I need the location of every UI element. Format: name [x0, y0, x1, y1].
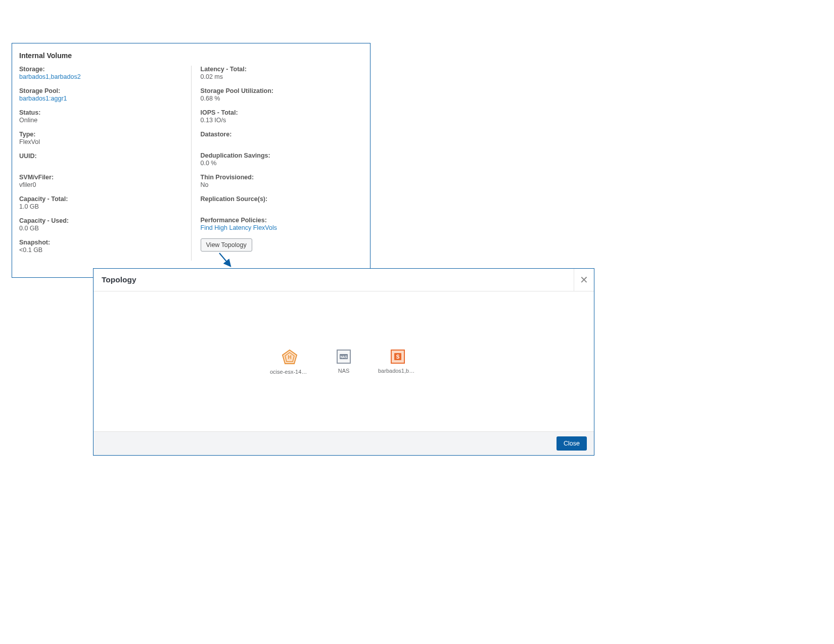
field-view-topology: View Topology	[201, 238, 363, 252]
field-iops: IOPS - Total: 0.13 IO/s	[201, 109, 363, 124]
field-perf-policies: Performance Policies: Find High Latency …	[201, 217, 363, 231]
close-icon: ✕	[580, 274, 588, 286]
topology-arrow-icon	[309, 350, 332, 356]
field-capacity-used: Capacity - Used: 0.0 GB	[19, 217, 182, 232]
details-column-right: Latency - Total: 0.02 ms Storage Pool Ut…	[191, 66, 363, 261]
svg-text:H: H	[288, 355, 291, 360]
label-uuid: UUID:	[19, 153, 182, 160]
field-storage: Storage: barbados1,barbados2	[19, 66, 182, 80]
topology-node-nas[interactable]: NAS NAS	[332, 350, 356, 374]
panel-title: Internal Volume	[12, 43, 370, 65]
panel-body: Storage: barbados1,barbados2 Storage Poo…	[12, 65, 370, 268]
link-storage-pool[interactable]: barbados1:aggr1	[19, 95, 182, 102]
label-status: Status:	[19, 109, 182, 116]
field-status: Status: Online	[19, 109, 182, 124]
value-iops: 0.13 IO/s	[201, 117, 363, 124]
field-sp-util: Storage Pool Utilization: 0.68 %	[201, 87, 363, 102]
label-snapshot: Snapshot:	[19, 239, 182, 246]
label-capacity-total: Capacity - Total:	[19, 195, 182, 203]
label-svm: SVM/vFiler:	[19, 174, 182, 181]
storage-icon: S	[391, 350, 405, 364]
field-uuid: UUID:	[19, 153, 182, 160]
dialog-title: Topology	[94, 269, 574, 291]
internal-volume-panel: Internal Volume Storage: barbados1,barba…	[12, 43, 370, 278]
value-dedup: 0.0 %	[201, 160, 363, 167]
node-label-host: ocise-esx-1431…	[270, 369, 309, 375]
field-thin: Thin Provisioned: No	[201, 174, 363, 188]
dialog-footer: Close	[94, 431, 594, 455]
value-latency: 0.02 ms	[201, 73, 363, 80]
label-datastore: Datastore:	[201, 131, 363, 138]
value-type: FlexVol	[19, 138, 182, 145]
link-perf-policies[interactable]: Find High Latency FlexVols	[201, 224, 363, 231]
field-svm: SVM/vFiler: vfiler0	[19, 174, 182, 188]
value-thin: No	[201, 181, 363, 188]
details-column-left: Storage: barbados1,barbados2 Storage Poo…	[19, 66, 191, 261]
label-iops: IOPS - Total:	[201, 109, 363, 116]
topology-graph: H ocise-esx-1431… NAS	[270, 350, 418, 375]
field-type: Type: FlexVol	[19, 131, 182, 145]
field-datastore: Datastore:	[201, 131, 363, 138]
svg-text:NAS: NAS	[340, 355, 347, 359]
field-latency: Latency - Total: 0.02 ms	[201, 66, 363, 80]
value-svm: vfiler0	[19, 181, 182, 188]
close-button[interactable]: Close	[557, 436, 587, 451]
field-dedup: Deduplication Savings: 0.0 %	[201, 152, 363, 167]
label-capacity-used: Capacity - Used:	[19, 217, 182, 224]
field-snapshot: Snapshot: <0.1 GB	[19, 239, 182, 254]
label-repl: Replication Source(s):	[201, 195, 363, 203]
node-label-nas: NAS	[332, 368, 356, 374]
dialog-header: Topology ✕	[94, 269, 594, 291]
label-storage: Storage:	[19, 66, 182, 73]
field-repl: Replication Source(s):	[201, 195, 363, 203]
topology-arrow-icon	[356, 350, 378, 356]
value-sp-util: 0.68 %	[201, 95, 363, 102]
nas-icon: NAS	[337, 350, 351, 364]
dialog-close-button[interactable]: ✕	[574, 269, 594, 291]
field-capacity-total: Capacity - Total: 1.0 GB	[19, 195, 182, 210]
view-topology-button[interactable]: View Topology	[201, 238, 252, 252]
dialog-body: H ocise-esx-1431… NAS	[94, 291, 594, 431]
topology-node-storage[interactable]: S barbados1,bar…	[378, 350, 418, 374]
svg-text:S: S	[396, 354, 400, 360]
topology-dialog: Topology ✕ H ocise-esx-1431…	[93, 268, 594, 456]
node-label-storage: barbados1,bar…	[378, 368, 418, 374]
label-dedup: Deduplication Savings:	[201, 152, 363, 159]
label-type: Type:	[19, 131, 182, 138]
label-perf-policies: Performance Policies:	[201, 217, 363, 224]
value-status: Online	[19, 117, 182, 124]
label-sp-util: Storage Pool Utilization:	[201, 87, 363, 94]
label-latency: Latency - Total:	[201, 66, 363, 73]
value-capacity-total: 1.0 GB	[19, 203, 182, 210]
topology-node-host[interactable]: H ocise-esx-1431…	[270, 350, 309, 375]
label-thin: Thin Provisioned:	[201, 174, 363, 181]
value-snapshot: <0.1 GB	[19, 246, 182, 254]
label-storage-pool: Storage Pool:	[19, 87, 182, 94]
host-icon: H	[282, 350, 298, 365]
field-storage-pool: Storage Pool: barbados1:aggr1	[19, 87, 182, 102]
value-capacity-used: 0.0 GB	[19, 225, 182, 232]
link-storage[interactable]: barbados1,barbados2	[19, 73, 182, 80]
